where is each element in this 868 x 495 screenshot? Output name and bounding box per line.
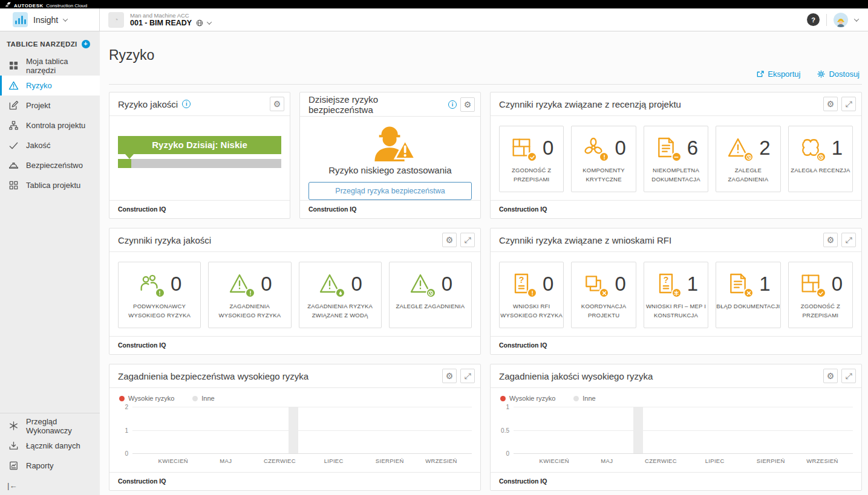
legend-item[interactable]: Wysokie ryzyko	[119, 395, 174, 402]
kpi-label: ZAGADNIENIA RYZYKA ZWIĄZANE Z WODĄ	[303, 302, 377, 320]
sidebar-item-tablica-projektu[interactable]: Tablica projektu	[0, 175, 100, 195]
y-axis-tick: 1	[125, 427, 128, 434]
chevron-down-icon	[207, 19, 212, 24]
card-expand-button[interactable]: ⤢	[841, 233, 856, 247]
kpi-tile[interactable]: 0 KOORDYNACJA PROJEKTU	[571, 262, 636, 328]
legend-item[interactable]: Wysokie ryzyko	[500, 395, 555, 402]
hardhat-icon	[8, 160, 19, 170]
legend-item[interactable]: Inne	[192, 395, 214, 402]
sidebar-item-kontrola-projektu[interactable]: Kontrola projektu	[0, 115, 100, 135]
y-axis-tick: 0	[125, 450, 128, 457]
sidebar-item-bezpieczenstwo[interactable]: Bezpieczeństwo	[0, 155, 100, 175]
card-settings-button[interactable]: ⚙	[270, 97, 284, 111]
kpi-tile[interactable]: 0 ZGODNOŚĆ Z PRZEPISAMI	[499, 126, 564, 192]
kpi-tile[interactable]: 2 ZALEGŁE ZAGADNIENIA	[716, 126, 780, 192]
construction-iq-label: Construction IQ	[109, 336, 480, 354]
export-button[interactable]: Eksportuj	[756, 70, 800, 79]
risk-today-banner: Ryzyko Dzisiaj: Niskie	[118, 136, 281, 154]
card-expand-button[interactable]: ⤢	[460, 233, 475, 247]
card-settings-button[interactable]: ⚙	[460, 97, 475, 112]
expand-icon: ⤢	[464, 372, 471, 380]
add-dashboard-button[interactable]: +	[82, 40, 90, 48]
help-button[interactable]: ?	[807, 13, 820, 26]
card-expand-button[interactable]: ⤢	[841, 369, 856, 383]
sidebar: TABLICE NARZĘDZI + Moja tablica narzędzi…	[0, 31, 100, 495]
fan-badge-icon	[671, 288, 682, 298]
card-settings-button[interactable]: ⚙	[823, 97, 838, 111]
safety-review-button[interactable]: Przegląd ryzyka bezpieczeństwa	[308, 182, 472, 200]
avatar[interactable]	[834, 13, 848, 27]
x-axis-label: LIPIEC	[324, 458, 344, 464]
kpi-tile[interactable]: 0 PODWYKONAWCY WYSOKIEGO RYZYKA	[118, 262, 201, 328]
autodesk-top-bar: AUTODESK Construction Cloud	[0, 0, 868, 8]
gridline	[514, 407, 853, 407]
x-badge-icon	[743, 288, 754, 298]
clock-badge-icon	[426, 288, 436, 298]
chart-bar[interactable]	[633, 407, 643, 453]
sidebar-item-jakosc[interactable]: Jakość	[0, 135, 100, 155]
kpi-label: KOORDYNACJA PROJEKTU	[572, 302, 635, 320]
kpi-tile[interactable]: 6 NIEKOMPLETNA DOKUMENTACJA	[644, 126, 708, 192]
rfi-fan-icon: ?	[654, 271, 679, 297]
x-axis-label: KWIECIEŃ	[540, 458, 569, 464]
legend-item[interactable]: Inne	[573, 395, 595, 402]
card-settings-button[interactable]: ⚙	[442, 369, 457, 383]
safety-worker-icon	[365, 123, 416, 164]
x-axis-label: WRZESIEŃ	[806, 458, 838, 464]
sidebar-item-projekt[interactable]: Projekt	[0, 95, 100, 115]
card-settings-button[interactable]: ⚙	[442, 233, 457, 247]
customize-button[interactable]: Dostosuj	[817, 70, 860, 79]
sidebar-item-raporty[interactable]: Raporty	[0, 456, 100, 476]
risk-gauge-fill	[118, 159, 131, 168]
sidebar-item-ryzyko[interactable]: Ryzyko	[0, 76, 100, 95]
kpi-tile[interactable]: 0 KOMPONENTY KRYTYCZNE	[571, 126, 636, 192]
project-selector[interactable]: ◔ Man and Machine ACC 001 - BIM READY	[108, 12, 211, 28]
chart-bar[interactable]	[289, 407, 298, 453]
app-name: Insight	[33, 15, 58, 25]
gear-icon: ⚙	[273, 100, 281, 108]
card-safety-today: Dzisiejsze ryzyko bezpieczeństwa i ⚙	[299, 92, 481, 219]
gridline	[514, 430, 853, 431]
kpi-tile[interactable]: ? 0 WNIOSKI RFI WYSOKIEGO RYZYKA	[499, 262, 564, 328]
hierarchy-icon	[8, 120, 19, 131]
x-axis-label: KWIECIEŃ	[158, 458, 188, 464]
sidebar-item-lacznik-danych[interactable]: Łącznik danych	[0, 436, 100, 456]
kpi-tile[interactable]: 0 ZAGADNIENIA RYZYKA ZWIĄZANE Z WODĄ	[299, 262, 382, 328]
card-title: Zagadnienia bezpieczeństwa wysokiego ryz…	[118, 371, 308, 381]
sidebar-collapse-button[interactable]: |←	[0, 476, 100, 495]
workers-alert-icon	[137, 271, 163, 297]
sidebar-item-przeglad-wykonawczy[interactable]: Przegląd Wykonawczy	[0, 416, 100, 436]
info-icon[interactable]: i	[182, 100, 191, 108]
app-switcher[interactable]: Insight	[0, 8, 100, 31]
kpi-label: BŁĄD DOKUMENTACJI	[716, 302, 780, 311]
sidebar-item-moja-tablica[interactable]: Moja tablica narzędzi	[0, 56, 100, 76]
card-title: Czynniki ryzyka związane z recenzją proj…	[499, 99, 681, 109]
worker-avatar-icon	[835, 18, 846, 27]
card-expand-button[interactable]: ⤢	[841, 97, 856, 111]
clock-badge-icon	[743, 152, 754, 162]
main-content: Ryzyko Eksportuj Dostosuj Ryzyko jakości…	[100, 31, 868, 495]
card-settings-button[interactable]: ⚙	[823, 369, 838, 383]
divider	[826, 14, 827, 26]
kpi-label: NIEKOMPLETNA DOKUMENTACJA	[644, 166, 708, 184]
card-settings-button[interactable]: ⚙	[823, 233, 838, 247]
kpi-label: ZAGADNIENIA WYSOKIEGO RYZYKA	[213, 302, 287, 320]
risk-gauge	[118, 159, 281, 168]
expand-icon: ⤢	[845, 372, 852, 380]
sidebar-item-label: Tablica projektu	[26, 181, 80, 190]
y-axis-tick: 0	[506, 450, 509, 457]
document-minus-icon	[654, 135, 679, 161]
kpi-tile[interactable]: ? 1 WNIOSKI RFI – MEP I KONSTRUKCJA	[644, 262, 708, 328]
gear-icon	[817, 70, 825, 78]
info-icon[interactable]: i	[448, 100, 457, 109]
kpi-tile[interactable]: 0 ZALEGŁE ZAGADNIENIA	[389, 262, 472, 328]
collapse-icon: |←	[7, 481, 17, 490]
card-expand-button[interactable]: ⤢	[460, 369, 475, 383]
floorplan-check-icon	[509, 135, 535, 161]
kpi-value: 0	[615, 273, 625, 296]
x-axis-label: MAJ	[601, 458, 613, 464]
kpi-tile[interactable]: 1 BŁĄD DOKUMENTACJI	[716, 262, 780, 328]
kpi-tile[interactable]: 0 ZGODNOŚĆ Z PRZEPISAMI	[788, 262, 853, 328]
kpi-tile[interactable]: 0 ZAGADNIENIA WYSOKIEGO RYZYKA	[208, 262, 291, 328]
kpi-tile[interactable]: 1 ZALEGŁA RECENZJA	[788, 126, 853, 192]
